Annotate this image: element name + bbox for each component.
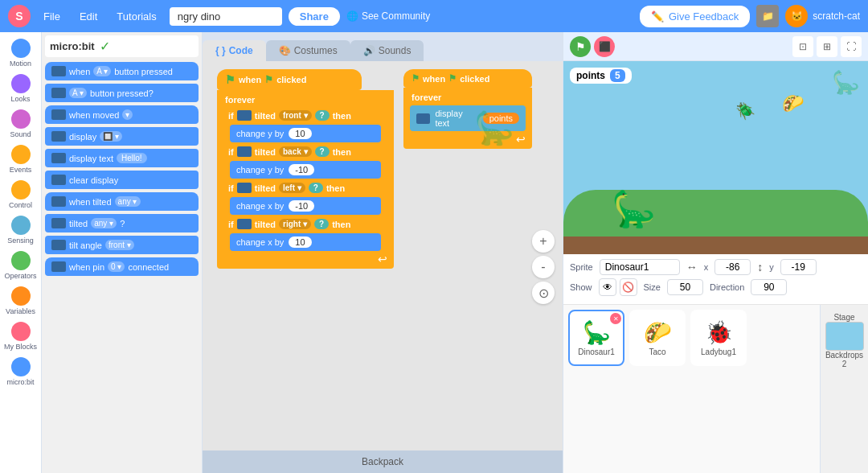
sidebar-item-looks[interactable]: Looks — [0, 71, 41, 106]
sidebar-item-operators[interactable]: Operators — [0, 248, 41, 283]
if-block-back[interactable]: if tilted back ▾ ? then change y by -10 — [223, 144, 387, 179]
y-arrow-icon: ↕ — [757, 261, 763, 274]
flag-clicked-icon-2: ⚑ — [448, 73, 457, 84]
flying-bug-sprite: 🪲 — [735, 101, 755, 121]
zoom-reset-button[interactable]: ⊙ — [532, 282, 555, 304]
sidebar-item-sensing[interactable]: Sensing — [0, 212, 41, 248]
hat-block-flag[interactable]: ⚑ when ⚑ clicked — [217, 69, 362, 90]
stage-dirt — [563, 236, 868, 254]
menu-edit[interactable]: Edit — [73, 7, 104, 26]
backpack-label: Backpack — [362, 456, 403, 467]
left-dropdown[interactable]: left ▾ — [279, 183, 305, 193]
stop-button[interactable]: ⬛ — [594, 36, 615, 57]
if-block-left[interactable]: if tilted left ▾ ? then change x by -10 — [223, 180, 387, 215]
community-button[interactable]: 🌐 See Community — [346, 10, 430, 22]
sidebar-item-sound[interactable]: Sound — [0, 106, 41, 142]
scripts-canvas[interactable]: ⚑ when ⚑ clicked forever if tilted front… — [203, 61, 563, 473]
stage-view-buttons: ⊡ ⊞ ⛶ — [792, 36, 862, 57]
sidebar-item-microbit[interactable]: micro:bit — [0, 354, 41, 389]
block-tilted-bool[interactable]: tilted any ▾ ? — [45, 214, 199, 232]
backpack-bar[interactable]: Backpack — [203, 450, 563, 473]
scratch-logo: S — [8, 5, 31, 27]
project-name-input[interactable] — [170, 7, 282, 26]
block-when-tilted[interactable]: when tilted any ▾ — [45, 192, 199, 211]
sprite-name-input[interactable] — [600, 259, 680, 275]
sidebar-item-motion[interactable]: Motion — [0, 35, 41, 71]
y-coord-input[interactable] — [780, 259, 817, 275]
tab-sounds[interactable]: 🔊 Sounds — [350, 40, 424, 61]
operators-label: Operators — [4, 272, 36, 280]
fullscreen-button[interactable]: ⛶ — [841, 36, 862, 57]
change-x-10[interactable]: change x by 10 — [230, 233, 381, 251]
sprite-info-row-1: Sprite ↔ x ↕ y — [570, 259, 862, 275]
forever-label-2: forever — [403, 91, 532, 104]
front-dropdown[interactable]: front ▾ — [279, 110, 312, 121]
size-input[interactable] — [667, 279, 703, 295]
sidebar-item-variables[interactable]: Variables — [0, 283, 41, 319]
value-neg10-1[interactable]: -10 — [289, 164, 314, 175]
x-coord-input[interactable] — [714, 259, 751, 275]
zoom-out-button[interactable]: - — [532, 256, 555, 278]
topbar: S File Edit Tutorials Share 🌐 See Commun… — [0, 0, 868, 32]
normal-stage-button[interactable]: ⊞ — [817, 36, 837, 57]
tab-code[interactable]: { } Code — [203, 40, 266, 61]
show-hidden-button[interactable]: 🚫 — [620, 278, 637, 296]
question-mark-2: ? — [315, 146, 330, 157]
x-coord-label: x — [704, 262, 709, 272]
block-when-pin[interactable]: when pin 0 ▾ connected — [45, 257, 199, 276]
block-display[interactable]: display 🔲 ▾ — [45, 127, 199, 146]
scripts-area: { } Code 🎨 Costumes 🔊 Sounds ⚑ when ⚑ cl… — [203, 32, 563, 473]
show-visible-button[interactable]: 👁 — [599, 278, 616, 296]
size-dir-group: Size Direction — [644, 279, 788, 295]
myblocks-dot — [11, 322, 31, 341]
change-y-neg10[interactable]: change y by -10 — [230, 161, 381, 179]
sprite-thumb-ladybug1[interactable]: 🐞 Ladybug1 — [690, 310, 747, 366]
value-10-2[interactable]: 10 — [289, 236, 311, 248]
right-dropdown[interactable]: right ▾ — [279, 219, 311, 229]
username: scratch-cat — [813, 10, 860, 22]
change-x-neg10[interactable]: change x by -10 — [230, 197, 381, 215]
if-block-front[interactable]: if tilted front ▾ ? then change y by 10 — [223, 108, 387, 142]
value-neg10-2[interactable]: -10 — [289, 200, 314, 212]
forever-block[interactable]: forever if tilted front ▾ ? then change — [217, 90, 394, 269]
ghost-dino-emoji: 🦕 — [832, 70, 860, 95]
block-button-pressed-bool[interactable]: A ▾ button pressed? — [45, 84, 199, 102]
block-clear-display[interactable]: clear display — [45, 171, 199, 189]
stage-tab-title: Stage — [833, 313, 854, 322]
zoom-in-button[interactable]: + — [532, 230, 555, 253]
back-dropdown[interactable]: back ▾ — [279, 146, 312, 157]
avatar: 🐱 — [785, 5, 808, 27]
block-tilt-angle[interactable]: tilt angle front ▾ — [45, 236, 199, 254]
block-when-button-pressed[interactable]: when A ▾ button pressed — [45, 62, 199, 80]
change-y-10[interactable]: change y by 10 — [230, 125, 381, 142]
direction-input[interactable] — [751, 279, 787, 295]
tab-costumes[interactable]: 🎨 Costumes — [266, 40, 350, 61]
flag-button[interactable]: ⚑ — [570, 36, 591, 57]
hat-block-flag-2[interactable]: ⚑ when ⚑ clicked — [403, 69, 532, 88]
sidebar-item-control[interactable]: Control — [0, 177, 41, 212]
sidebar-item-myblocks[interactable]: My Blocks — [0, 319, 41, 354]
microbit-check: ✓ — [100, 39, 110, 54]
question-mark-3: ? — [309, 183, 323, 193]
sprite-info: Sprite ↔ x ↕ y Show 👁 🚫 Size Direction — [563, 254, 868, 305]
small-stage-button[interactable]: ⊡ — [792, 36, 813, 57]
question-mark: ? — [315, 110, 330, 121]
block-display-text[interactable]: display text Hello! — [45, 149, 199, 167]
mb-icon-4 — [51, 131, 66, 142]
menu-tutorials[interactable]: Tutorials — [110, 7, 162, 26]
user-area[interactable]: 🐱 scratch-cat — [785, 5, 860, 27]
microbit-header: micro:bit ✓ — [45, 35, 199, 57]
folder-icon[interactable]: 📁 — [756, 5, 779, 27]
delete-dinosaur1-button[interactable]: ✕ — [610, 313, 621, 324]
sprite-thumb-dinosaur1[interactable]: ✕ 🦕 Dinosaur1 — [568, 310, 624, 366]
value-10-1[interactable]: 10 — [289, 128, 311, 139]
stage-backdrop-thumbnail[interactable] — [825, 322, 864, 351]
stage-tab-area: Stage Backdrops 2 — [820, 305, 868, 473]
feedback-button[interactable]: ✏️ Give Feedback — [640, 6, 750, 27]
sprite-thumb-taco[interactable]: 🌮 Taco — [629, 310, 686, 366]
share-button[interactable]: Share — [289, 7, 340, 26]
if-block-right[interactable]: if tilted right ▾ ? then change x by 10 — [223, 216, 387, 251]
sidebar-item-events[interactable]: Events — [0, 142, 41, 177]
menu-file[interactable]: File — [37, 7, 67, 26]
block-when-moved[interactable]: when moved ▾ — [45, 105, 199, 124]
